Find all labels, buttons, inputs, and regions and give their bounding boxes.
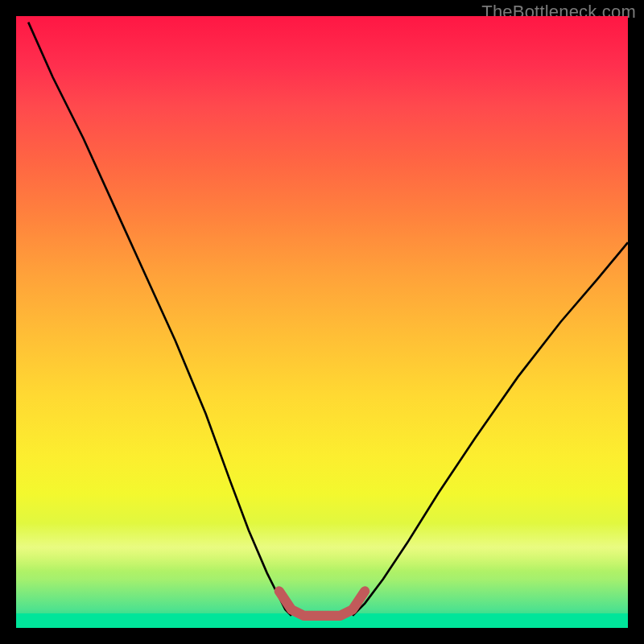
right-curve-path <box>353 242 628 616</box>
heatmap-plot <box>16 16 628 628</box>
left-curve-path <box>28 23 291 616</box>
stage: TheBottleneck.com <box>0 0 644 644</box>
curve-overlay <box>16 16 628 628</box>
trough-path <box>279 591 365 615</box>
